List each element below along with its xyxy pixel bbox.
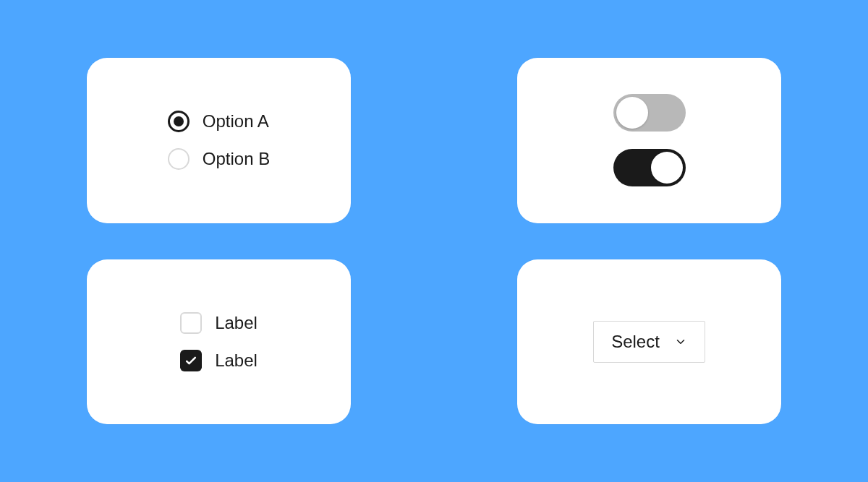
checkbox-item-checked[interactable]: Label xyxy=(180,350,258,371)
toggle-card xyxy=(517,58,781,223)
toggle-switch-off[interactable] xyxy=(613,94,686,132)
radio-group: Option A Option B xyxy=(168,111,270,170)
radio-circle-icon xyxy=(168,111,190,132)
radio-option-a[interactable]: Option A xyxy=(168,111,269,132)
radio-dot-icon xyxy=(174,116,184,126)
select-placeholder: Select xyxy=(611,332,660,352)
radio-card: Option A Option B xyxy=(87,58,351,223)
radio-option-b[interactable]: Option B xyxy=(168,148,270,170)
checkbox-label: Label xyxy=(215,313,258,333)
toggle-knob-icon xyxy=(616,97,648,129)
toggle-knob-icon xyxy=(651,152,683,184)
radio-label: Option A xyxy=(203,111,269,132)
check-icon xyxy=(184,353,198,368)
checkbox-label: Label xyxy=(215,350,258,371)
select-card: Select xyxy=(517,259,781,425)
radio-circle-icon xyxy=(168,148,190,170)
select-dropdown[interactable]: Select xyxy=(593,321,705,363)
toggle-switch-on[interactable] xyxy=(613,149,686,186)
toggle-group xyxy=(613,94,686,186)
radio-label: Option B xyxy=(203,149,270,169)
checkbox-card: Label Label xyxy=(87,259,351,425)
checkbox-item-unchecked[interactable]: Label xyxy=(180,312,258,334)
checkbox-box-icon xyxy=(180,350,202,371)
checkbox-box-icon xyxy=(180,312,202,334)
checkbox-group: Label Label xyxy=(180,312,258,371)
chevron-down-icon xyxy=(674,335,687,348)
